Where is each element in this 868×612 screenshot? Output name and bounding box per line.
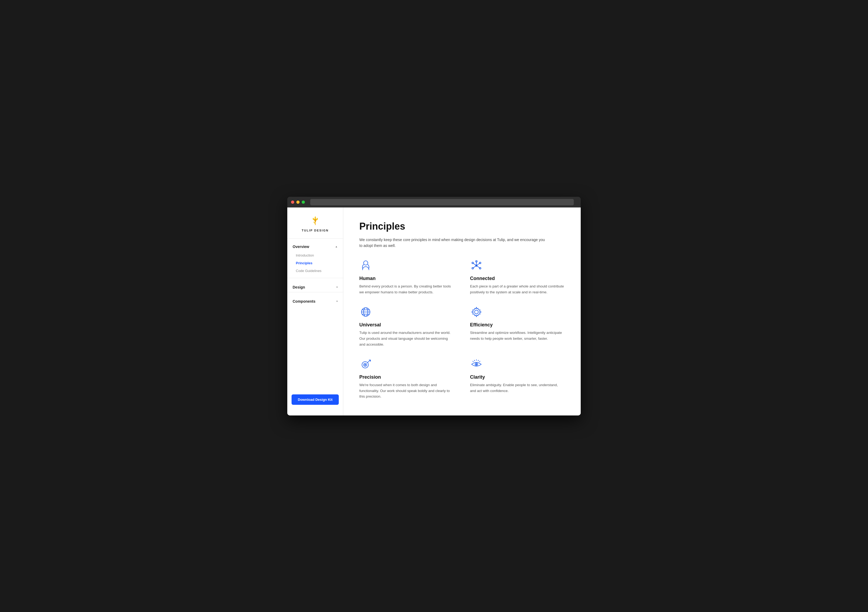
svg-line-33 [479,361,480,362]
connected-name: Connected [470,276,565,281]
download-btn-wrapper: Download Design Kit [287,389,343,410]
principles-grid: Human Behind every product is a person. … [359,259,565,400]
clarity-desc: Eliminate ambiguity. Enable people to se… [470,382,565,394]
sidebar-item-principles[interactable]: Principles [287,259,343,267]
principle-card-clarity: Clarity Eliminate ambiguity. Enable peop… [470,358,565,400]
divider-1 [287,278,343,278]
svg-line-14 [476,266,480,268]
svg-line-13 [476,263,480,266]
overview-section-label: Overview [293,245,309,249]
principle-card-connected: Connected Each piece is part of a greate… [470,259,565,295]
design-section-label: Design [293,285,305,289]
human-desc: Behind every product is a person. By cre… [359,284,454,295]
close-button[interactable] [291,200,294,204]
clarity-name: Clarity [470,374,565,380]
precision-name: Precision [359,374,454,380]
main-content: Principles We constantly keep these core… [343,208,581,415]
nav-overview-section: Overview ▲ Introduction Principles Code … [287,239,343,277]
download-design-kit-button[interactable]: Download Design Kit [291,394,339,405]
svg-marker-4 [314,220,316,222]
svg-line-16 [473,266,476,268]
logo-text: TULIP DESIGN [302,229,329,232]
browser-content: TULIP DESIGN Overview ▲ Introduction Pri… [287,208,581,415]
components-section-header[interactable]: Components ▾ [287,297,343,305]
clarity-icon [470,358,483,371]
connected-desc: Each piece is part of a greater whole an… [470,284,565,295]
svg-point-6 [364,261,368,265]
efficiency-name: Efficiency [470,322,565,328]
page-title: Principles [359,221,565,232]
svg-point-23 [474,310,478,314]
human-icon [359,259,372,272]
nav-design-section: Design ▾ [287,279,343,291]
connected-icon [470,259,483,272]
universal-icon [359,305,372,318]
nav-components-section: Components ▾ [287,293,343,305]
design-chevron-icon: ▾ [336,286,338,288]
sidebar-item-introduction[interactable]: Introduction [287,251,343,259]
principle-card-human: Human Behind every product is a person. … [359,259,454,295]
overview-chevron-icon: ▲ [335,245,338,248]
sidebar-item-code-guidelines[interactable]: Code Guidelines [287,267,343,275]
efficiency-desc: Streamline and optimize workflows. Intel… [470,330,565,341]
svg-line-32 [474,360,475,361]
universal-desc: Tulip is used around the manufacturers a… [359,330,454,347]
universal-name: Universal [359,322,454,328]
principle-card-efficiency: Efficiency Streamline and optimize workf… [470,305,565,347]
logo-area: TULIP DESIGN [287,208,343,239]
page-description: We constantly keep these core principles… [359,237,546,249]
browser-chrome [287,197,581,208]
svg-line-27 [367,360,370,363]
precision-desc: We're focused when it comes to both desi… [359,382,454,400]
principle-card-universal: Universal Tulip is used around the manuf… [359,305,454,347]
maximize-button[interactable] [302,200,305,204]
components-chevron-icon: ▾ [336,300,338,303]
sidebar: TULIP DESIGN Overview ▲ Introduction Pri… [287,208,343,415]
minimize-button[interactable] [296,200,299,204]
divider-2 [287,292,343,292]
precision-icon [359,358,372,371]
address-bar[interactable] [310,199,574,205]
components-section-label: Components [293,299,316,304]
browser-window: TULIP DESIGN Overview ▲ Introduction Pri… [287,197,581,415]
human-name: Human [359,276,454,281]
efficiency-icon [470,305,483,318]
svg-line-31 [478,360,479,361]
overview-nav-items: Introduction Principles Code Guidelines [287,250,343,277]
svg-point-26 [365,364,366,365]
svg-point-29 [476,364,477,365]
principle-card-precision: Precision We're focused when it comes to… [359,358,454,400]
logo-icon [309,215,321,227]
design-section-header[interactable]: Design ▾ [287,284,343,291]
svg-line-15 [473,263,476,266]
overview-section-header[interactable]: Overview ▲ [287,243,343,250]
svg-line-34 [473,361,473,362]
